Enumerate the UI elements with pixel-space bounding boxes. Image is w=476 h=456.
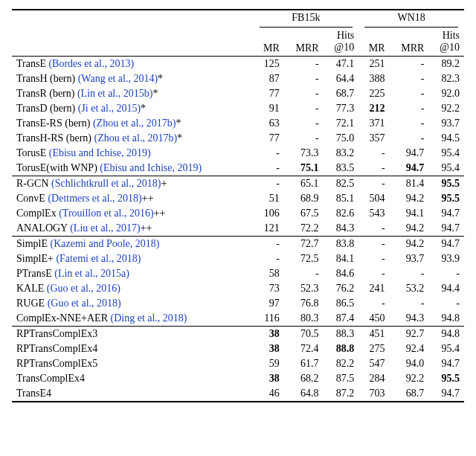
table-cell: 92.0 xyxy=(428,86,464,101)
table-cell: - xyxy=(390,116,429,131)
table-row: TorusE(with WNP) (Ebisu and Ichise, 2019… xyxy=(12,161,464,176)
table-cell: 76.2 xyxy=(324,281,359,296)
table-cell: 89.2 xyxy=(428,57,464,72)
header-hits-fb-top: Hits xyxy=(324,29,359,41)
table-cell: 58 xyxy=(254,266,284,281)
table-cell: 94.7 xyxy=(390,161,429,176)
method-cell: TransComplEx4 xyxy=(12,371,254,386)
table-cell: 92.4 xyxy=(390,341,429,356)
table-cell: 72.2 xyxy=(284,221,324,237)
table-cell: - xyxy=(390,131,429,146)
header-hits-wn-top: Hits xyxy=(428,29,464,41)
table-row: RPTransComplEx33870.588.345192.794.8 xyxy=(12,327,464,342)
citation: (Zhou et al., 2017b) xyxy=(93,118,176,129)
table-body: TransE (Bordes et al., 2013)125-47.1251-… xyxy=(12,57,464,402)
table-cell: 83.2 xyxy=(324,146,359,161)
table-cell: 94.7 xyxy=(428,206,464,221)
table-cell: - xyxy=(284,71,324,86)
table-cell: 73 xyxy=(254,281,284,296)
table-cell: 87 xyxy=(254,71,284,86)
method-cell: TransR (bern) (Lin et al., 2015b)* xyxy=(12,86,254,101)
table-cell: 94.7 xyxy=(428,356,464,371)
table-cell: 451 xyxy=(358,327,389,342)
table-cell: 85.1 xyxy=(324,191,359,206)
table-cell: - xyxy=(284,131,324,146)
table-cell: 72.1 xyxy=(324,116,359,131)
table-cell: 388 xyxy=(358,71,389,86)
table-cell: 284 xyxy=(358,371,389,386)
method-cell: ConvE (Dettmers et al., 2018)++ xyxy=(12,191,254,206)
table-cell: 94.7 xyxy=(390,146,429,161)
table-cell: - xyxy=(428,266,464,281)
table-cell: 93.7 xyxy=(428,116,464,131)
table-cell: 94.8 xyxy=(428,327,464,342)
table-row: SimplE (Kazemi and Poole, 2018)-72.783.8… xyxy=(12,237,464,252)
citation: (Lin et al., 2015a) xyxy=(54,268,129,279)
table-row: TransH-RS (bern) (Zhou et al., 2017b)*77… xyxy=(12,131,464,146)
table-cell: 94.2 xyxy=(390,221,429,237)
table-cell: - xyxy=(358,146,389,161)
citation: (Kazemi and Poole, 2018) xyxy=(51,238,160,249)
table-cell: 357 xyxy=(358,131,389,146)
header-hits-fb-bot: @10 xyxy=(324,41,359,57)
table-cell: 82.3 xyxy=(428,71,464,86)
table-cell: 125 xyxy=(254,57,284,72)
table-cell: 84.6 xyxy=(324,266,359,281)
citation: (Wang et al., 2014) xyxy=(78,73,158,84)
table-cell: 59 xyxy=(254,356,284,371)
method-cell: TorusE(with WNP) (Ebisu and Ichise, 2019… xyxy=(12,161,254,176)
table-cell: 63 xyxy=(254,116,284,131)
method-cell: TransE (Bordes et al., 2013) xyxy=(12,57,254,72)
table-cell: 93.7 xyxy=(390,251,429,266)
table-cell: 52.3 xyxy=(284,281,324,296)
table-cell: - xyxy=(390,101,429,116)
table-cell: 95.4 xyxy=(428,341,464,356)
table-row: TransE-RS (bern) (Zhou et al., 2017b)*63… xyxy=(12,116,464,131)
citation: (Zhou et al., 2017b) xyxy=(94,132,177,144)
table-row: ANALOGY (Liu et al., 2017)++12172.284.3-… xyxy=(12,221,464,237)
table-row: ComplEx-NNE+AER (Ding et al., 2018)11680… xyxy=(12,311,464,327)
table-cell: - xyxy=(254,146,284,161)
table-cell: 77 xyxy=(254,86,284,101)
table-cell: 88.3 xyxy=(324,327,359,342)
method-cell: RPTransComplEx5 xyxy=(12,356,254,371)
citation: (Schlichtkrull et al., 2018) xyxy=(51,178,161,189)
table-cell: 95.4 xyxy=(428,146,464,161)
header-wn18: WN18 xyxy=(358,10,464,25)
table-cell: - xyxy=(358,237,389,252)
table-row: SimplE+ (Fatemi et al., 2018)-72.584.1-9… xyxy=(12,251,464,266)
table-cell: - xyxy=(390,57,429,72)
table-cell: - xyxy=(284,57,324,72)
table-cell: 46 xyxy=(254,386,284,402)
table-cell: 94.1 xyxy=(390,206,429,221)
table-cell: 67.5 xyxy=(284,206,324,221)
header-hits-wn-bot: @10 xyxy=(428,41,464,57)
table-cell: - xyxy=(254,161,284,176)
header-mr-wn: MR xyxy=(358,41,389,57)
table-cell: 64.8 xyxy=(284,386,324,402)
method-cell: RUGE (Guo et al., 2018) xyxy=(12,296,254,311)
table-cell: 75.1 xyxy=(284,161,324,176)
table-row: ConvE (Dettmers et al., 2018)++5168.985.… xyxy=(12,191,464,206)
table-cell: 94.0 xyxy=(390,356,429,371)
method-cell: PTransE (Lin et al., 2015a) xyxy=(12,266,254,281)
method-cell: RPTransComplEx4 xyxy=(12,341,254,356)
citation: (Lin et al., 2015b) xyxy=(77,88,152,99)
method-cell: ComplEx-NNE+AER (Ding et al., 2018) xyxy=(12,311,254,327)
table-cell: 92.7 xyxy=(390,327,429,342)
method-cell: KALE (Guo et al., 2016) xyxy=(12,281,254,296)
table-cell: 94.2 xyxy=(390,237,429,252)
table-cell: 61.7 xyxy=(284,356,324,371)
table-cell: - xyxy=(358,266,389,281)
table-cell: 94.7 xyxy=(428,386,464,402)
method-cell: TransH-RS (bern) (Zhou et al., 2017b)* xyxy=(12,131,254,146)
table-cell: 82.2 xyxy=(324,356,359,371)
table-cell: 83.5 xyxy=(324,161,359,176)
table-cell: 91 xyxy=(254,101,284,116)
citation: (Dettmers et al., 2018) xyxy=(48,193,141,204)
table-row: TransComplEx43868.287.528492.295.5 xyxy=(12,371,464,386)
table-cell: 92.2 xyxy=(390,371,429,386)
table-cell: 86.5 xyxy=(324,296,359,311)
table-cell: 251 xyxy=(358,57,389,72)
table-cell: 84.3 xyxy=(324,221,359,237)
